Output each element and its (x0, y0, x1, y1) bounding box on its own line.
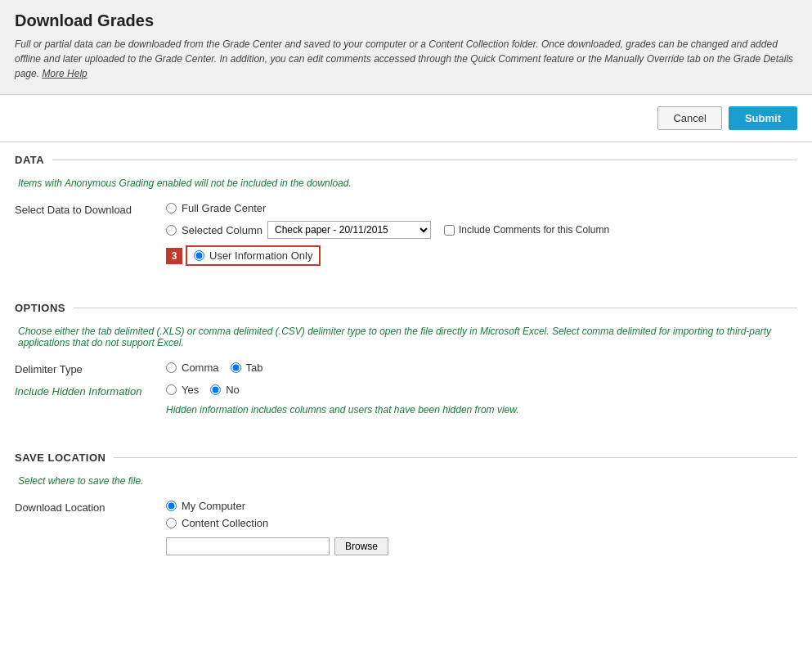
save-location-section: SAVE LOCATION Select where to save the f… (0, 440, 812, 580)
select-data-label: Select Data to Download (15, 202, 166, 216)
full-grade-center-row: Full Grade Center (166, 202, 609, 214)
hidden-yes-label[interactable]: Yes (182, 384, 199, 396)
user-info-highlight-box: User Information Only (186, 245, 321, 266)
options-section-header: OPTIONS (15, 302, 797, 314)
data-section-note: Items with Anonymous Grading enabled wil… (18, 177, 797, 189)
selected-column-row: Selected Column Check paper - 20/11/2015… (166, 221, 609, 239)
select-data-row: Select Data to Download Full Grade Cente… (15, 202, 797, 266)
select-data-controls: Full Grade Center Selected Column Check … (166, 202, 609, 266)
hidden-info-label: Include Hidden Information (15, 384, 166, 398)
header-section: Download Grades Full or partial data can… (0, 0, 812, 95)
content-collection-label[interactable]: Content Collection (182, 517, 268, 529)
full-grade-center-radio[interactable] (166, 203, 177, 213)
options-section-divider (74, 308, 797, 308)
download-location-row: Download Location My Computer Content Co… (15, 500, 797, 555)
header-description: Full or partial data can be downloaded f… (15, 37, 797, 81)
include-comments-checkbox[interactable] (444, 225, 455, 236)
delimiter-label: Delimiter Type (15, 362, 166, 375)
hidden-no-label[interactable]: No (226, 384, 240, 396)
hidden-info-hint: Hidden information includes columns and … (166, 404, 519, 416)
more-help-link[interactable]: More Help (42, 68, 87, 79)
yes-radio-row: Yes (166, 384, 199, 396)
action-bar: Cancel Submit (0, 95, 812, 142)
selected-column-radio[interactable] (166, 225, 177, 236)
data-section-header: DATA (15, 154, 797, 166)
save-location-divider (114, 457, 797, 458)
hidden-info-radio-group: Yes No (166, 384, 519, 396)
content-collection-row: Content Collection (166, 517, 388, 529)
page-title: Download Grades (15, 11, 797, 30)
user-info-only-label[interactable]: User Information Only (209, 249, 312, 262)
hidden-no-radio[interactable] (210, 384, 221, 395)
user-info-only-radio[interactable] (194, 250, 204, 261)
comma-label[interactable]: Comma (182, 362, 219, 374)
options-section-note: Choose either the tab delimited (.XLS) o… (18, 326, 797, 348)
data-section-title: DATA (15, 154, 44, 166)
options-section: OPTIONS Choose either the tab delimited … (0, 290, 812, 440)
tab-label[interactable]: Tab (246, 362, 263, 374)
hidden-info-controls: Yes No Hidden information includes colum… (166, 384, 519, 416)
download-location-label: Download Location (15, 500, 166, 514)
save-location-section-header: SAVE LOCATION (15, 452, 797, 464)
hidden-yes-radio[interactable] (166, 384, 177, 395)
delimiter-row: Delimiter Type Comma Tab (15, 362, 797, 375)
comma-radio-row: Comma (166, 362, 219, 374)
browse-button[interactable]: Browse (334, 537, 388, 555)
browse-path-input[interactable] (166, 537, 330, 555)
user-info-only-row: 3 User Information Only (166, 245, 609, 266)
data-section-divider (52, 160, 797, 160)
my-computer-row: My Computer (166, 500, 388, 512)
save-location-note: Select where to save the file. (18, 475, 797, 487)
my-computer-radio[interactable] (166, 501, 177, 511)
download-location-controls: My Computer Content Collection Browse (166, 500, 388, 555)
include-comments-label[interactable]: Include Comments for this Column (459, 224, 609, 236)
submit-button[interactable]: Submit (729, 106, 797, 130)
tab-radio-row: Tab (231, 362, 263, 374)
data-section: DATA Items with Anonymous Grading enable… (0, 142, 812, 290)
options-section-title: OPTIONS (15, 302, 65, 314)
tab-radio[interactable] (231, 362, 241, 373)
selected-column-label[interactable]: Selected Column (182, 224, 262, 236)
my-computer-label[interactable]: My Computer (182, 500, 245, 512)
step-3-badge: 3 (166, 248, 182, 264)
delimiter-controls: Comma Tab (166, 362, 262, 374)
column-dropdown[interactable]: Check paper - 20/11/2015 (267, 221, 431, 239)
cancel-button[interactable]: Cancel (657, 106, 721, 130)
content-collection-radio[interactable] (166, 518, 177, 528)
include-comments-row: Include Comments for this Column (444, 224, 609, 236)
comma-radio[interactable] (166, 362, 177, 373)
browse-row: Browse (166, 537, 388, 555)
save-location-title: SAVE LOCATION (15, 452, 105, 464)
hidden-info-row: Include Hidden Information Yes No Hidden… (15, 384, 797, 416)
full-grade-center-label[interactable]: Full Grade Center (182, 202, 266, 214)
no-radio-row: No (210, 384, 240, 396)
